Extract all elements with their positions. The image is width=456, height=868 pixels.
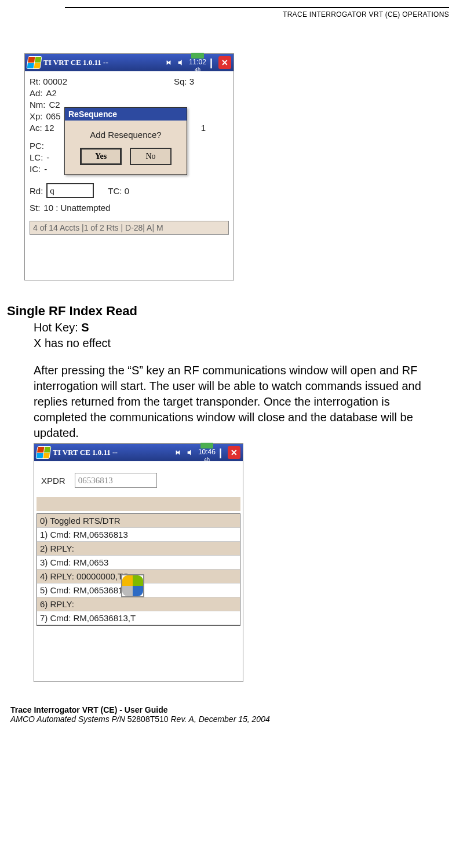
st-label: St: — [30, 203, 40, 213]
tc-value: 0 — [125, 186, 129, 196]
rt-value: 00002 — [43, 76, 67, 86]
rt-label: Rt: — [30, 76, 41, 86]
battery-icon — [191, 53, 204, 59]
rf-log-list: 0) Toggled RTS/DTR 1) Cmd: RM,06536813 2… — [37, 513, 240, 626]
x-note: X has no effect — [34, 335, 446, 351]
clock-time: 10:46 — [198, 448, 216, 456]
pda-screenshot-resequence: TI VRT CE 1.0.11 -- 11:02 4h | ✕ Rt: 000… — [24, 53, 234, 280]
speaker-icon[interactable] — [185, 447, 196, 458]
xp-value: 065 — [46, 111, 61, 121]
titlebar: TI VRT CE 1.0.11 -- 10:46 4h | ✕ — [34, 444, 243, 461]
clock: 10:46 4h — [198, 448, 216, 462]
battery-icon — [200, 443, 213, 448]
lc-label: LC: — [30, 152, 43, 162]
list-item: 1) Cmd: RM,06536813 — [37, 528, 240, 542]
running-head: TRACE INTERROGATOR VRT (CE) OPERATIONS — [65, 10, 449, 19]
yes-button[interactable]: Yes — [80, 148, 122, 165]
list-item: 6) RPLY: — [37, 597, 240, 611]
connectivity-icon[interactable] — [173, 447, 183, 458]
header-rule — [65, 7, 449, 8]
list-item: 7) Cmd: RM,06536813,T — [37, 611, 240, 625]
lc-value: - — [46, 152, 49, 162]
ad-value: A2 — [46, 88, 57, 98]
ic-label: IC: — [30, 164, 41, 174]
xp-label: Xp: — [30, 111, 43, 121]
dialog-prompt: Add Resequence? — [71, 130, 181, 140]
nm-value: C2 — [49, 100, 60, 110]
close-icon[interactable]: ✕ — [228, 446, 240, 459]
rd-input[interactable] — [46, 183, 94, 198]
start-menu-icon[interactable] — [26, 56, 42, 69]
clock: 11:02 4h — [189, 59, 206, 72]
section-paragraph: After pressing the “S” key an RF communi… — [34, 363, 446, 441]
accounts-statusbar: 4 of 14 Accts |1 of 2 Rts | D-28| A| M — [30, 221, 229, 235]
screen-body: Rt: 00002 Sq: 3 Ad: A2 Nm: C2 Xp: 065 Ac… — [25, 71, 234, 280]
footer-title: Trace Interrogator VRT (CE) - User Guide — [10, 705, 449, 714]
ad-label: Ad: — [30, 88, 43, 98]
speaker-icon[interactable] — [176, 57, 187, 68]
xpdr-label: XPDR — [41, 476, 65, 486]
titlebar-divider: | — [218, 447, 223, 459]
ac-value: 12 — [45, 123, 54, 133]
sq-value: 3 — [189, 76, 194, 86]
app-title: TI VRT CE 1.0.11 -- — [43, 58, 108, 67]
app-title: TI VRT CE 1.0.11 -- — [53, 448, 118, 457]
ac-label: Ac: — [30, 123, 42, 133]
no-button[interactable]: No — [130, 148, 172, 165]
list-item: 0) Toggled RTS/DTR — [37, 514, 240, 528]
connectivity-icon[interactable] — [163, 57, 174, 68]
titlebar: TI VRT CE 1.0.11 -- 11:02 4h | ✕ — [25, 54, 234, 71]
xpdr-input[interactable] — [75, 473, 157, 488]
hotkey-line: Hot Key: S — [34, 320, 446, 335]
busy-spinner-icon — [121, 574, 144, 597]
start-menu-icon[interactable] — [35, 446, 51, 459]
resequence-dialog: ReSequence Add Resequence? Yes No — [64, 107, 187, 175]
section-heading: Single RF Index Read — [7, 304, 446, 319]
blank-bar — [37, 497, 240, 511]
rd-label: Rd: — [30, 186, 43, 196]
st-value: 10 : Unattempted — [43, 203, 110, 213]
ac-right-value: 1 — [201, 123, 206, 133]
dialog-title: ReSequence — [65, 108, 187, 121]
nm-label: Nm: — [30, 100, 46, 110]
page-footer: Trace Interrogator VRT (CE) - User Guide… — [10, 705, 449, 724]
screen-body: XPDR 0) Toggled RTS/DTR 1) Cmd: RM,06536… — [34, 461, 243, 681]
close-icon[interactable]: ✕ — [218, 56, 231, 69]
footer-rev: AMCO Automated Systems P/N 52808T510 Rev… — [10, 714, 449, 724]
clock-time: 11:02 — [189, 58, 206, 66]
pc-label: PC: — [30, 141, 44, 151]
list-item: 3) Cmd: RM,0653 — [37, 556, 240, 570]
ic-value: - — [44, 164, 47, 174]
list-item: 2) RPLY: — [37, 542, 240, 556]
sq-label: Sq: — [174, 76, 187, 86]
titlebar-divider: | — [209, 57, 214, 69]
pda-screenshot-rfcomm: TI VRT CE 1.0.11 -- 10:46 4h | ✕ XPDR — [34, 443, 243, 682]
tc-label: TC: — [108, 186, 122, 196]
